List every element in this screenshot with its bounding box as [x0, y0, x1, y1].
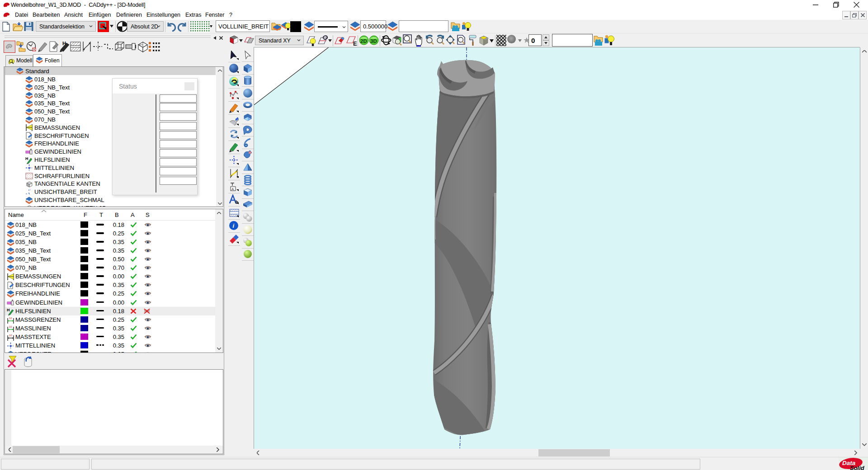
- svg-text:A: A: [231, 187, 234, 191]
- svg-text:H: H: [7, 308, 10, 312]
- svg-text:10: 10: [9, 317, 12, 320]
- svg-text:H: H: [25, 156, 28, 161]
- svg-text:2D: 2D: [360, 38, 367, 44]
- svg-text:E: E: [353, 40, 357, 47]
- svg-text:i: i: [233, 222, 235, 229]
- svg-text:10: 10: [9, 334, 12, 337]
- svg-text:Solid: Solid: [850, 465, 865, 470]
- svg-text:10: 10: [9, 325, 12, 328]
- svg-text:b: b: [236, 200, 238, 205]
- svg-text:3D: 3D: [370, 38, 377, 44]
